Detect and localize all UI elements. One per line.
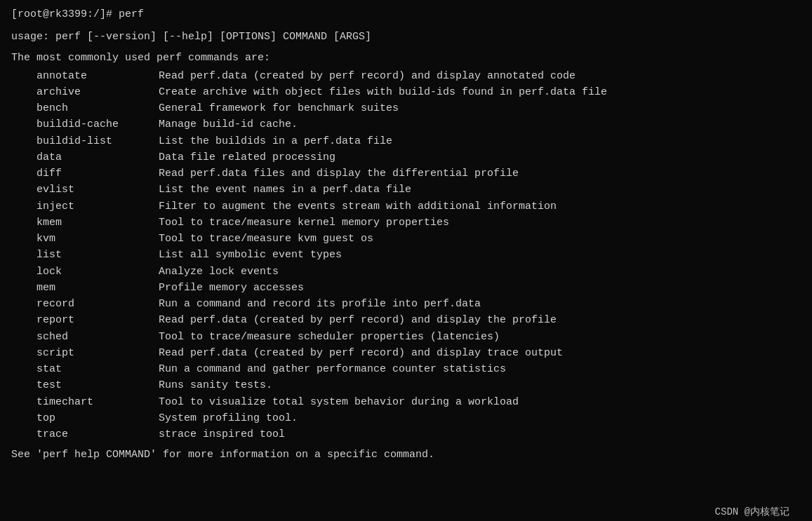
terminal-window: [root@rk3399:/]# perf usage: perf [--ver… [11, 7, 801, 521]
table-row: schedTool to trace/measure scheduler pro… [11, 329, 801, 345]
table-row: scriptRead perf.data (created by perf re… [11, 345, 801, 361]
table-row: kmemTool to trace/measure kernel memory … [11, 215, 801, 231]
command-name: annotate [11, 68, 159, 84]
command-description: strace inspired tool [159, 426, 801, 442]
command-description: List the buildids in a perf.data file [159, 133, 801, 149]
command-name: lock [11, 264, 159, 280]
command-description: General framework for benchmark suites [159, 100, 801, 116]
command-description: Read perf.data (created by perf record) … [159, 68, 801, 84]
table-row: recordRun a command and record its profi… [11, 296, 801, 312]
command-name: script [11, 345, 159, 361]
table-row: buildid-cacheManage build-id cache. [11, 116, 801, 133]
table-row: dataData file related processing [11, 149, 801, 165]
command-name: stat [11, 361, 159, 377]
command-description: Read perf.data files and display the dif… [159, 165, 801, 182]
command-description: Tool to trace/measure kvm guest os [159, 231, 801, 247]
table-row: diffRead perf.data files and display the… [11, 165, 801, 182]
table-row: benchGeneral framework for benchmark sui… [11, 100, 801, 116]
table-row: annotateRead perf.data (created by perf … [11, 68, 801, 84]
table-row: kvmTool to trace/measure kvm guest os [11, 231, 801, 247]
command-name: record [11, 296, 159, 312]
command-name: buildid-cache [11, 116, 159, 133]
command-name: test [11, 377, 159, 393]
watermark: CSDN @内核笔记 [715, 506, 790, 518]
command-description: Tool to trace/measure kernel memory prop… [159, 215, 801, 231]
command-description: Read perf.data (created by perf record) … [159, 312, 801, 328]
table-row: archiveCreate archive with object files … [11, 84, 801, 100]
commands-list: annotateRead perf.data (created by perf … [11, 68, 801, 443]
table-row: timechartTool to visualize total system … [11, 394, 801, 410]
table-row: evlistList the event names in a perf.dat… [11, 182, 801, 198]
section-header: The most commonly used perf commands are… [11, 50, 801, 67]
command-name: bench [11, 100, 159, 116]
command-name: archive [11, 84, 159, 100]
command-name: report [11, 312, 159, 328]
command-name: evlist [11, 182, 159, 198]
command-description: List all symbolic event types [159, 247, 801, 263]
table-row: lockAnalyze lock events [11, 264, 801, 280]
command-description: Run a command and record its profile int… [159, 296, 801, 312]
command-name: inject [11, 198, 159, 215]
command-description: Analyze lock events [159, 264, 801, 280]
command-description: Manage build-id cache. [159, 116, 801, 133]
command-name: sched [11, 329, 159, 345]
table-row: buildid-listList the buildids in a perf.… [11, 133, 801, 149]
command-name: timechart [11, 394, 159, 410]
table-row: tracestrace inspired tool [11, 426, 801, 442]
command-name: top [11, 410, 159, 426]
command-name: diff [11, 165, 159, 182]
command-name: kmem [11, 215, 159, 231]
command-name: data [11, 149, 159, 165]
table-row: listList all symbolic event types [11, 247, 801, 263]
command-name: mem [11, 280, 159, 296]
prompt-line: [root@rk3399:/]# perf [11, 7, 801, 23]
command-description: Create archive with object files with bu… [159, 84, 801, 100]
usage-line: usage: perf [--version] [--help] [OPTION… [11, 29, 801, 46]
command-description: Runs sanity tests. [159, 377, 801, 393]
command-name: kvm [11, 231, 159, 247]
command-description: Filter to augment the events stream with… [159, 198, 801, 215]
command-name: list [11, 247, 159, 263]
command-description: System profiling tool. [159, 410, 801, 426]
table-row: topSystem profiling tool. [11, 410, 801, 426]
command-description: Profile memory accesses [159, 280, 801, 296]
table-row: reportRead perf.data (created by perf re… [11, 312, 801, 328]
table-row: injectFilter to augment the events strea… [11, 198, 801, 215]
table-row: statRun a command and gather performance… [11, 361, 801, 377]
command-name: buildid-list [11, 133, 159, 149]
command-description: Tool to trace/measure scheduler properti… [159, 329, 801, 345]
command-description: Data file related processing [159, 149, 801, 165]
table-row: testRuns sanity tests. [11, 377, 801, 393]
footer-line: See 'perf help COMMAND' for more informa… [11, 447, 801, 464]
command-name: trace [11, 426, 159, 442]
table-row: memProfile memory accesses [11, 280, 801, 296]
command-description: Tool to visualize total system behavior … [159, 394, 801, 410]
command-description: Run a command and gather performance cou… [159, 361, 801, 377]
command-description: Read perf.data (created by perf record) … [159, 345, 801, 361]
command-description: List the event names in a perf.data file [159, 182, 801, 198]
